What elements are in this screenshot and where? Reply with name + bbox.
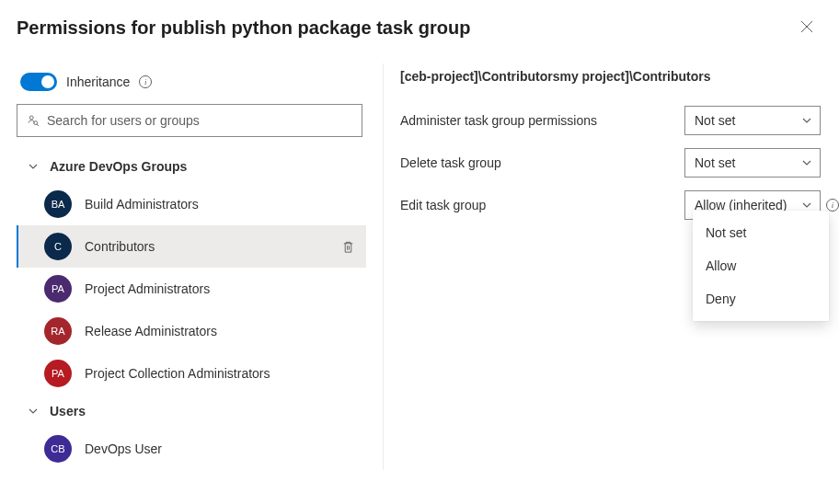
avatar: BA [44,190,72,218]
chevron-down-icon [28,406,39,417]
permission-value: Not set [695,155,735,170]
svg-point-0 [29,116,33,120]
group-item-project-administrators[interactable]: PA Project Administrators [17,268,366,310]
permission-value: Not set [695,113,735,128]
chevron-down-icon [801,200,812,211]
avatar: CB [44,435,72,463]
dropdown-option-deny[interactable]: Deny [693,282,829,315]
group-item-project-collection-administrators[interactable]: PA Project Collection Administrators [17,352,366,395]
dropdown-option-allow[interactable]: Allow [693,249,829,282]
inherited-info-icon[interactable]: i [826,199,839,212]
dropdown-option-not-set[interactable]: Not set [693,216,829,249]
left-pane: Inheritance i Azure DevOps Groups BA Bui… [17,56,366,470]
right-pane: [ceb-project]\Contributorsmy project]\Co… [384,56,839,470]
group-label: Release Administrators [85,324,217,338]
inheritance-toggle[interactable] [20,73,57,91]
info-icon[interactable]: i [139,75,152,88]
permission-label: Edit task group [400,198,684,212]
group-item-release-administrators[interactable]: RA Release Administrators [17,310,366,352]
dialog-title: Permissions for publish python package t… [17,17,470,39]
close-icon [800,20,813,33]
group-label: Build Administrators [85,197,199,212]
permission-label: Administer task group permissions [400,113,684,128]
search-box[interactable] [17,104,362,137]
permission-dropdown: Not set Allow Deny [693,211,829,321]
close-button[interactable] [797,17,817,40]
delete-group-button[interactable] [341,240,355,254]
users-section-header[interactable]: Users [17,395,366,428]
avatar: RA [44,317,72,345]
group-item-build-administrators[interactable]: BA Build Administrators [17,183,366,225]
permission-row-delete: Delete task group Not set [400,148,839,178]
groups-section-title: Azure DevOps Groups [50,159,187,174]
user-item-devops-user[interactable]: CB DevOps User [17,428,366,470]
chevron-down-icon [801,157,812,168]
chevron-down-icon [28,161,39,172]
groups-section-header[interactable]: Azure DevOps Groups [17,150,366,183]
user-label: DevOps User [85,441,162,456]
identity-breadcrumb: [ceb-project]\Contributorsmy project]\Co… [400,69,839,84]
inheritance-label: Inheritance [66,74,130,89]
avatar: C [44,233,72,260]
group-item-contributors[interactable]: C Contributors [17,225,366,268]
search-input[interactable] [47,113,352,128]
avatar: PA [44,275,72,303]
group-label: Project Administrators [85,281,210,296]
permission-select-delete[interactable]: Not set [684,148,821,178]
permission-label: Delete task group [400,155,684,170]
svg-line-2 [37,124,39,126]
permission-row-administer: Administer task group permissions Not se… [400,106,839,135]
avatar: PA [44,360,72,387]
users-section-title: Users [50,404,86,418]
identity-picker-icon [27,114,40,127]
chevron-down-icon [801,115,812,126]
group-label: Project Collection Administrators [85,366,270,381]
group-label: Contributors [85,239,155,254]
toggle-knob [41,75,54,88]
trash-icon [341,240,355,254]
permission-select-administer[interactable]: Not set [684,106,821,135]
